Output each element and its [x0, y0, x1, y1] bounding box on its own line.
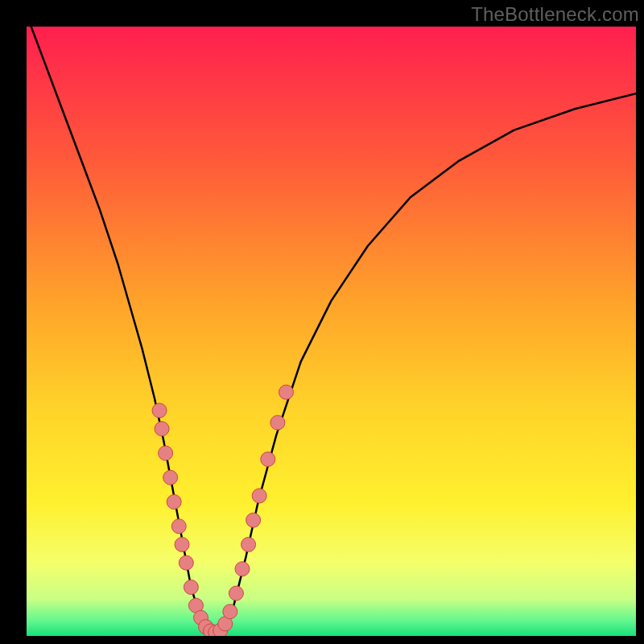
data-markers	[152, 385, 293, 636]
bottleneck-curve-layer	[27, 27, 636, 636]
watermark-text: TheBottleneck.com	[471, 3, 639, 26]
data-marker	[223, 605, 237, 619]
data-marker	[279, 385, 293, 399]
data-marker	[270, 415, 285, 430]
data-marker	[184, 580, 198, 594]
plot-area	[27, 27, 636, 636]
data-marker	[152, 403, 167, 418]
data-marker	[229, 586, 243, 601]
data-marker	[171, 519, 186, 534]
data-marker	[159, 446, 173, 460]
data-marker	[252, 489, 266, 503]
data-marker	[261, 452, 275, 466]
data-marker	[179, 555, 193, 570]
chart-root: TheBottleneck.com	[0, 0, 644, 644]
data-marker	[246, 513, 261, 527]
data-marker	[235, 562, 250, 576]
data-marker	[163, 470, 178, 485]
data-marker	[242, 537, 256, 551]
data-marker	[155, 422, 169, 436]
data-marker	[167, 494, 181, 509]
data-marker	[175, 537, 189, 551]
bottleneck-curve	[27, 27, 636, 636]
